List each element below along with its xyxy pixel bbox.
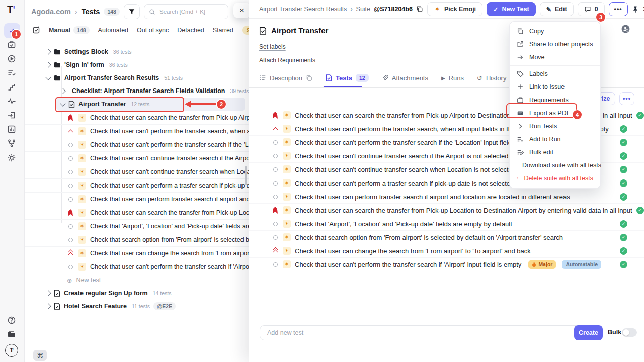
checklist-icon[interactable] bbox=[7, 68, 17, 78]
new-test-row[interactable]: ⊕New test bbox=[24, 274, 249, 287]
passed-check-icon bbox=[620, 220, 627, 228]
tree-test-row[interactable]: Check that user can't perform a trasfer … bbox=[24, 178, 249, 192]
suite-title: Airport Transfer bbox=[271, 26, 328, 35]
severity-icon bbox=[272, 152, 279, 159]
tab-description[interactable]: Description bbox=[259, 74, 312, 82]
analytics-icon[interactable] bbox=[7, 125, 17, 135]
command-key-badge[interactable]: ⌘ bbox=[33, 350, 47, 361]
tree-folder-checklist[interactable]: Checklist: Airport Transfer Search Field… bbox=[24, 84, 249, 98]
filter-button[interactable] bbox=[124, 4, 140, 19]
clipboard-check-icon[interactable] bbox=[32, 26, 40, 34]
tab-runs[interactable]: ▶ Runs bbox=[441, 74, 464, 82]
tree-test-row[interactable]: Check that user can't perform the transf… bbox=[24, 138, 249, 151]
menu-copy[interactable]: Copy bbox=[510, 25, 600, 38]
suite-id: @S718204b6 bbox=[374, 6, 413, 13]
tab-severity[interactable]: Sev bbox=[242, 26, 249, 35]
add-test-input[interactable] bbox=[266, 329, 575, 337]
automatable-badge: Automatable bbox=[562, 260, 601, 269]
tree-test-row[interactable]: Check that user can't perform the transf… bbox=[24, 124, 249, 138]
tab-attachments[interactable]: Attachments bbox=[382, 74, 428, 82]
tree-test-row[interactable]: Check that 'Airport', 'Location' and 'Pi… bbox=[24, 219, 249, 233]
tree-test-row[interactable]: Check that search option from 'From airp… bbox=[24, 233, 249, 246]
steps-icon[interactable] bbox=[7, 82, 17, 93]
import-icon[interactable] bbox=[7, 111, 17, 121]
play-icon: ▶ bbox=[441, 75, 445, 81]
search-box[interactable] bbox=[144, 4, 228, 19]
settings-gear-icon[interactable] bbox=[7, 153, 17, 163]
set-labels-link[interactable]: Set labels bbox=[259, 43, 286, 50]
tree-test-row[interactable]: Check that user can't continue transfer … bbox=[24, 165, 249, 178]
tab-history[interactable]: ↺ History bbox=[477, 74, 506, 82]
edit-button[interactable]: ✎Edit bbox=[540, 2, 574, 16]
tree-test-row[interactable]: Check that user can change the search fr… bbox=[24, 246, 249, 260]
tree-folder-atsr[interactable]: Airport Transfer Search Results51 tests bbox=[24, 71, 249, 84]
search-input[interactable] bbox=[158, 8, 216, 15]
history-icon: ↺ bbox=[477, 74, 482, 82]
test-row[interactable]: Check that search option from 'From airp… bbox=[249, 230, 644, 244]
test-row[interactable]: Check that user can perform transfer sea… bbox=[249, 190, 644, 203]
videos-icon[interactable] bbox=[7, 330, 17, 340]
test-row[interactable]: Check that user can search the transfer … bbox=[249, 203, 644, 217]
tab-detached[interactable]: Detached bbox=[177, 27, 204, 34]
severity-icon bbox=[67, 236, 74, 243]
pulse-icon[interactable] bbox=[7, 97, 17, 107]
tree-folder-signin-form[interactable]: 'Sign in' form36 tests bbox=[24, 58, 249, 71]
suite-tree: Settings Block36 tests 'Sign in' form36 … bbox=[24, 45, 249, 313]
tree-suite-signup[interactable]: Create regular Sign Up form14 tests bbox=[24, 287, 249, 300]
brand-logo-circle[interactable]: T' bbox=[5, 344, 18, 357]
tab-automated[interactable]: Automated bbox=[98, 27, 128, 34]
new-test-button[interactable]: ✓New Test bbox=[487, 2, 535, 16]
menu-link-issue[interactable]: Link to Issue bbox=[510, 80, 600, 94]
avatar[interactable] bbox=[621, 25, 630, 33]
menu-delete-suite[interactable]: Delete suite with all tests bbox=[510, 172, 600, 185]
test-row[interactable]: Check that 'Airport', 'Location' and 'Pi… bbox=[249, 217, 644, 230]
tree-test-row[interactable]: Check that user can search the transfer … bbox=[24, 206, 249, 219]
tree-test-row[interactable]: Check that user can perform transfer sea… bbox=[24, 192, 249, 206]
tab-starred[interactable]: Starred bbox=[213, 27, 233, 34]
test-emoji-icon bbox=[283, 260, 291, 268]
test-row[interactable]: Check that user can change the search fr… bbox=[249, 244, 644, 257]
menu-move[interactable]: Move bbox=[510, 51, 600, 64]
passed-check-icon bbox=[636, 112, 644, 119]
menu-download-suite[interactable]: Download suite with all tests bbox=[510, 159, 600, 172]
attach-requirements-link[interactable]: Attach Requirements bbox=[259, 57, 315, 64]
tree-folder-settings-block[interactable]: Settings Block36 tests bbox=[24, 45, 249, 58]
suitcase-check-icon[interactable] bbox=[7, 40, 17, 50]
annotation-step-3: 3 bbox=[596, 13, 605, 22]
summarize-more-button[interactable]: ••• bbox=[619, 92, 634, 105]
bulk-toggle[interactable] bbox=[622, 328, 637, 337]
scrollbar[interactable] bbox=[245, 166, 247, 185]
pick-emoji-button[interactable]: Pick Emoji bbox=[427, 2, 482, 16]
breadcrumb-parent[interactable]: Airport Transfer Search Results bbox=[259, 6, 347, 13]
menu-labels[interactable]: Labels bbox=[510, 67, 600, 80]
tree-test-row[interactable]: Check that user can't perform the transf… bbox=[24, 260, 249, 274]
tree-suite-hotel[interactable]: Hotel Search Feature11 tests @E2E bbox=[24, 300, 249, 313]
menu-add-to-run[interactable]: Add to Run bbox=[510, 133, 600, 146]
copy-icon[interactable] bbox=[306, 75, 312, 81]
breadcrumb-project[interactable]: Agoda.com bbox=[31, 8, 71, 16]
run-play-icon[interactable] bbox=[7, 54, 17, 64]
more-actions-button[interactable]: ••• bbox=[609, 2, 628, 16]
app-logo[interactable]: T' bbox=[7, 4, 15, 15]
tab-manual[interactable]: Manual148 bbox=[49, 26, 90, 34]
pin-button[interactable] bbox=[632, 3, 639, 16]
branch-icon[interactable] bbox=[7, 139, 17, 149]
passed-check-icon bbox=[620, 125, 627, 133]
tree-test-row[interactable]: Check that user can search the transfer … bbox=[24, 111, 249, 124]
test-row[interactable]: Check that user can't perform the transf… bbox=[249, 257, 644, 271]
severity-icon bbox=[272, 247, 279, 254]
test-emoji-icon bbox=[78, 195, 86, 203]
tree-test-row[interactable]: Check that user can't continue transfer … bbox=[24, 151, 249, 165]
menu-bulk-edit[interactable]: Bulk edit bbox=[510, 146, 600, 159]
folder-icon bbox=[54, 62, 61, 68]
tab-tests[interactable]: Tests 12 bbox=[326, 74, 369, 82]
tab-out-of-sync[interactable]: Out of sync bbox=[137, 27, 169, 34]
suite-header: Airport Transfer Search Results › Suite … bbox=[249, 0, 644, 19]
menu-share[interactable]: Share to other projects bbox=[510, 38, 600, 51]
create-button[interactable]: Create bbox=[574, 325, 603, 340]
close-panel-button[interactable]: × bbox=[233, 3, 249, 18]
add-test-bar[interactable] bbox=[260, 325, 582, 340]
copy-icon[interactable] bbox=[416, 6, 423, 13]
help-icon[interactable] bbox=[7, 316, 17, 326]
menu-run-tests[interactable]: Run Tests bbox=[510, 120, 600, 133]
